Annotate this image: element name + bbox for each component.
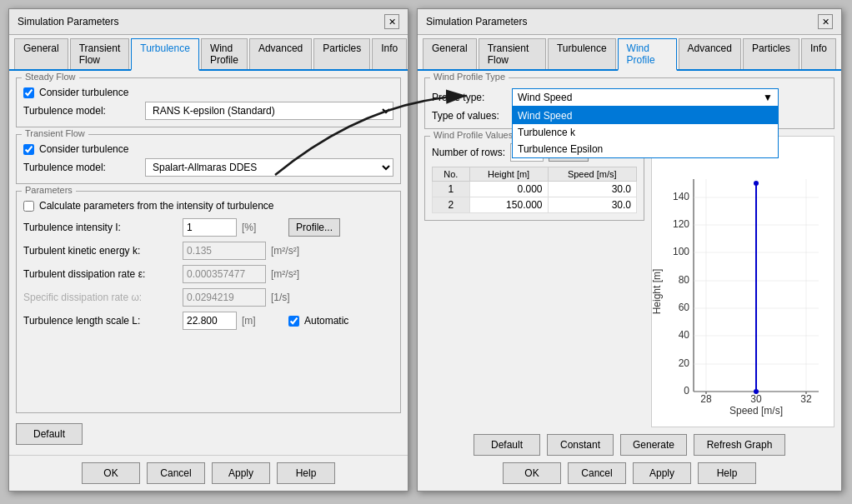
right-tab-advanced[interactable]: Advanced: [679, 38, 741, 69]
right-default-button[interactable]: Default: [474, 434, 540, 456]
col-header-height: Height [m]: [469, 167, 548, 182]
table-row: 2 150.000 30.0: [433, 197, 637, 213]
table-row: 1 0.000 30.0: [433, 182, 637, 197]
automatic-checkbox[interactable]: [288, 316, 299, 327]
length-input[interactable]: [183, 312, 237, 330]
type-of-values-label: Type of values:: [432, 110, 507, 122]
right-ok-button[interactable]: OK: [503, 462, 561, 484]
dropdown-wrapper: Wind Speed ▼ Wind Speed Turbulence k Tur…: [512, 88, 779, 107]
intensity-unit: [%]: [242, 222, 283, 233]
specific-input: [183, 288, 266, 307]
svg-text:120: 120: [673, 218, 689, 230]
dissipation-unit: [m²/s²]: [271, 268, 313, 280]
tab-info[interactable]: Info: [372, 38, 407, 69]
left-dialog-body: Steady Flow Consider turbulence Turbulen…: [9, 71, 408, 455]
left-help-button[interactable]: Help: [277, 462, 335, 484]
tab-transient-flow[interactable]: Transient Flow: [70, 38, 130, 69]
right-dialog-body: Wind Profile Type Profile type: Wind Spe…: [418, 71, 841, 491]
row2-speed[interactable]: 30.0: [548, 197, 637, 213]
right-tab-wind-profile[interactable]: Wind Profile: [618, 38, 677, 71]
profile-type-label: Profile type:: [432, 92, 507, 103]
dropdown-item-turbulence-epsilon[interactable]: Turbulence Epsilon: [513, 141, 778, 157]
left-dialog: Simulation Parameters ✕ General Transien…: [8, 8, 408, 492]
left-close-button[interactable]: ✕: [384, 14, 399, 29]
row1-height[interactable]: 0.000: [469, 182, 548, 197]
right-apply-button[interactable]: Apply: [633, 462, 691, 484]
left-ok-button[interactable]: OK: [82, 462, 140, 484]
tab-advanced[interactable]: Advanced: [249, 38, 312, 69]
right-title-text: Simulation Parameters: [426, 16, 527, 27]
dropdown-item-wind-speed[interactable]: Wind Speed: [513, 107, 778, 124]
svg-text:40: 40: [679, 329, 690, 341]
intensity-row: Turbulence intensity I: [%] Profile...: [23, 218, 393, 237]
right-tab-general[interactable]: General: [423, 38, 477, 69]
tab-general[interactable]: General: [14, 38, 68, 69]
col-header-speed: Speed [m/s]: [548, 167, 637, 182]
steady-turbulence-model-label: Turbulence model:: [23, 105, 140, 117]
left-panel: Wind Profile Values Number of rows: Appl…: [424, 136, 644, 427]
right-dialog-title: Simulation Parameters ✕: [418, 9, 841, 35]
row2-no: 2: [433, 197, 470, 213]
profile-type-section: Wind Profile Type Profile type: Wind Spe…: [424, 77, 834, 129]
tab-turbulence[interactable]: Turbulence: [131, 38, 199, 71]
transient-turbulence-model-select[interactable]: Spalart-Allmaras DDES: [145, 158, 393, 177]
calc-intensity-checkbox[interactable]: [23, 201, 34, 212]
svg-text:140: 140: [673, 191, 689, 202]
num-rows-label: Number of rows:: [432, 147, 505, 158]
profile-type-dropdown[interactable]: Wind Speed ▼: [512, 88, 779, 107]
row2-height[interactable]: 150.000: [469, 197, 548, 213]
transient-consider-turbulence-label: Consider turbulence: [39, 143, 156, 155]
intensity-input[interactable]: [183, 218, 237, 237]
right-tab-turbulence[interactable]: Turbulence: [548, 38, 616, 69]
length-label: Turbulence length scale L:: [23, 315, 178, 327]
left-default-row: Default: [16, 420, 401, 448]
steady-consider-turbulence-label: Consider turbulence: [39, 87, 156, 98]
dropdown-value: Wind Speed: [518, 92, 572, 103]
right-tab-transient-flow[interactable]: Transient Flow: [479, 38, 546, 69]
left-tabs: General Transient Flow Turbulence Wind P…: [9, 35, 408, 71]
right-tab-info[interactable]: Info: [801, 38, 836, 69]
profile-button[interactable]: Profile...: [288, 218, 340, 237]
right-generate-button[interactable]: Generate: [620, 434, 687, 456]
right-tab-particles[interactable]: Particles: [743, 38, 799, 69]
svg-text:100: 100: [673, 246, 689, 257]
tab-particles[interactable]: Particles: [313, 38, 370, 69]
left-apply-button[interactable]: Apply: [212, 462, 270, 484]
left-cancel-button[interactable]: Cancel: [147, 462, 205, 484]
left-dialog-footer: OK Cancel Apply Help: [9, 455, 408, 491]
svg-text:60: 60: [679, 302, 690, 313]
svg-text:30: 30: [750, 393, 762, 405]
svg-text:20: 20: [679, 357, 690, 369]
transient-flow-label: Transient Flow: [22, 128, 88, 138]
profile-type-section-label: Wind Profile Type: [430, 72, 509, 82]
wind-data-table: No. Height [m] Speed [m/s] 1 0.000 30.0: [432, 167, 637, 213]
svg-text:32: 32: [800, 393, 812, 405]
steady-turbulence-model-row: Turbulence model: RANS K-epsilon (Standa…: [23, 102, 393, 120]
tab-wind-profile[interactable]: Wind Profile: [201, 38, 248, 69]
dissipation-row: Turbulent dissipation rate ε: [m²/s²]: [23, 265, 393, 283]
steady-consider-turbulence-checkbox[interactable]: [23, 87, 34, 98]
right-constant-button[interactable]: Constant: [547, 434, 614, 456]
transient-consider-turbulence-checkbox[interactable]: [23, 144, 34, 155]
left-default-button[interactable]: Default: [16, 423, 83, 445]
steady-flow-section: Steady Flow Consider turbulence Turbulen…: [16, 77, 401, 127]
right-help-button[interactable]: Help: [698, 462, 756, 484]
right-tabs: General Transient Flow Turbulence Wind P…: [418, 35, 841, 71]
profile-type-row: Profile type: Wind Speed ▼ Wind Speed Tu…: [432, 88, 827, 107]
svg-text:80: 80: [679, 274, 690, 286]
steady-turbulence-model-select[interactable]: RANS K-epsilon (Standard): [145, 102, 393, 120]
row1-speed[interactable]: 30.0: [548, 182, 637, 197]
dissipation-input: [183, 265, 266, 283]
chart-point-top: [754, 181, 759, 186]
parameters-label: Parameters: [22, 185, 76, 195]
left-dialog-title: Simulation Parameters ✕: [9, 9, 408, 35]
right-cancel-button[interactable]: Cancel: [568, 462, 626, 484]
dropdown-item-turbulence-k[interactable]: Turbulence k: [513, 124, 778, 141]
left-title-text: Simulation Parameters: [18, 16, 118, 27]
right-close-button[interactable]: ✕: [818, 14, 833, 29]
parameters-section: Parameters Calculate parameters from the…: [16, 191, 401, 413]
main-content: Wind Profile Values Number of rows: Appl…: [424, 136, 834, 427]
kinetic-row: Turbulent kinetic energy k: [m²/s²]: [23, 242, 393, 260]
refresh-graph-button[interactable]: Refresh Graph: [694, 434, 785, 456]
calc-intensity-row: Calculate parameters from the intensity …: [23, 200, 393, 212]
